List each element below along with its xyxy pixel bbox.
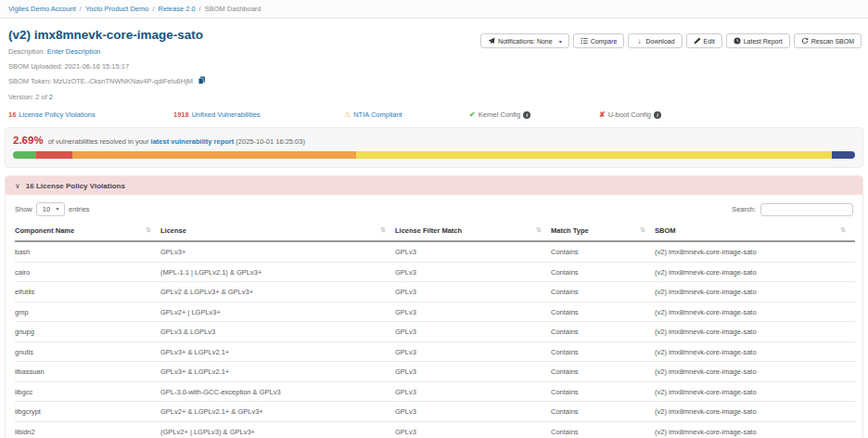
toolbar: Notifications: None▾Compare↓DownloadEdit…: [480, 33, 862, 48]
breadcrumb-separator: /: [152, 5, 154, 13]
violations-panel-header[interactable]: ∨ 16 License Policy Violations: [6, 176, 862, 195]
uploaded-value: 2021-06-16 15:15:17: [64, 62, 129, 71]
table-header-row: Component Name⇅License⇅License Filter Ma…: [15, 223, 855, 241]
table-cell: GPL-3.0-with-GCC-exception & GPLv3: [160, 381, 395, 402]
table-row: libassuanGPLv3+ & LGPLv2.1+GPLv3Contains…: [15, 362, 855, 382]
page-size-select[interactable]: 10: [36, 202, 65, 216]
table-cell: cairo: [15, 262, 160, 282]
progress-segment: [356, 151, 831, 159]
table-cell: Contains: [551, 402, 655, 422]
sbom-header: (v2) imx8mnevk-core-image-sato Descripti…: [0, 19, 868, 119]
table-cell: elfutils: [15, 282, 160, 303]
version-prefix: (v2): [8, 28, 31, 42]
table-cell: (v2) imx8mnevk-core-image-sato: [655, 421, 855, 438]
latest-vulnerability-report-link[interactable]: latest vulnerability report: [151, 137, 235, 146]
download-button[interactable]: ↓Download: [628, 33, 682, 48]
progress-bar: [13, 151, 855, 159]
rescan-sbom-button[interactable]: Rescan SBOM: [794, 33, 862, 48]
column-header[interactable]: SBOM⇅: [655, 223, 855, 241]
table-cell: Contains: [551, 322, 655, 342]
compare-icon: [581, 37, 588, 45]
table-cell: Contains: [551, 381, 655, 402]
edit-icon: [694, 37, 701, 45]
search-control: Search:: [732, 203, 853, 216]
version-link[interactable]: 2: [49, 93, 53, 101]
progress-timestamp: (2025-10-01 16:25:03): [236, 137, 305, 146]
progress-segment: [36, 151, 71, 159]
table-cell: (v2) imx8mnevk-core-image-sato: [655, 262, 855, 282]
table-cell: GPLv3: [395, 381, 551, 402]
breadcrumb-separator: /: [80, 5, 82, 13]
copy-icon[interactable]: [198, 76, 206, 87]
stat-kernel-config: ✔Kernel Configi: [469, 110, 599, 119]
version-text: 2 of: [35, 93, 47, 101]
violations-panel-title: 16 License Policy Violations: [26, 182, 125, 190]
sort-icon: ⇅: [640, 226, 645, 234]
table-cell: bash: [15, 241, 160, 262]
notifications-button[interactable]: Notifications: None▾: [480, 33, 569, 48]
table-cell: GPLv2+ | LGPLv3+: [160, 302, 395, 322]
column-header-label: License Filter Match: [395, 226, 462, 235]
table-row: elfutilsGPLv2 & LGPLv3+ & GPLv3+GPLv3Con…: [15, 282, 855, 303]
table-cell: (v2) imx8mnevk-core-image-sato: [655, 282, 855, 303]
edit-button[interactable]: Edit: [686, 33, 722, 48]
warning-icon: ⚠: [344, 111, 351, 119]
column-header-label: Component Name: [15, 226, 74, 235]
table-cell: (v2) imx8mnevk-core-image-sato: [655, 402, 855, 422]
stat-license-policy-violations-link[interactable]: License Policy Violations: [19, 110, 95, 119]
table-cell: gnutls: [15, 341, 160, 362]
search-input[interactable]: [760, 203, 853, 216]
column-header[interactable]: Match Type⇅: [551, 223, 655, 241]
table-cell: libidn2: [15, 421, 160, 438]
refresh-icon: [801, 37, 809, 45]
download-arrow: ↓: [637, 37, 641, 45]
search-label: Search:: [732, 205, 756, 213]
breadcrumb-link[interactable]: Yocto Product Demo: [85, 5, 149, 13]
table-cell: (v2) imx8mnevk-core-image-sato: [655, 322, 855, 342]
latest-report-button[interactable]: Latest Report: [726, 33, 790, 48]
table-cell: Contains: [551, 362, 655, 382]
table-row: gmpGPLv2+ | LGPLv3+GPLv3Contains(v2) imx…: [15, 302, 855, 322]
table-cell: GPLv3+ & LGPLv2.1+: [160, 341, 395, 362]
stat-ntia-compliant-link[interactable]: NTIA Compliant: [353, 110, 402, 119]
sort-icon: ⇅: [146, 226, 151, 234]
table-cell: libgcc: [15, 381, 160, 402]
column-header[interactable]: License⇅: [160, 223, 395, 241]
progress-line: 2.69% of vulnerabilities resolved in you…: [13, 135, 855, 146]
edit-label: Edit: [704, 38, 715, 45]
sbom-name: imx8mnevk-core-image-sato: [34, 28, 203, 42]
description-label: Description:: [8, 47, 45, 56]
column-header[interactable]: License Filter Match⇅: [395, 223, 551, 241]
table-cell: libgcrypt: [15, 402, 160, 422]
info-icon[interactable]: i: [523, 111, 530, 119]
violations-table: Component Name⇅License⇅License Filter Ma…: [15, 223, 855, 438]
breadcrumb-link[interactable]: Release 2.0: [159, 5, 196, 13]
sort-icon: ⇅: [536, 226, 542, 234]
table-row: gnupgGPLv3 & LGPLv3GPLv3Contains(v2) imx…: [15, 322, 855, 342]
table-cell: (v2) imx8mnevk-core-image-sato: [655, 341, 855, 362]
stat-kernel-config-label: Kernel Config: [479, 110, 520, 119]
progress-box: 2.69% of vulnerabilities resolved in you…: [5, 127, 863, 168]
info-icon[interactable]: i: [654, 111, 661, 119]
table-row: libidn2(GPLv2+ | LGPLv3) & GPLv3+GPLv3Co…: [15, 421, 855, 438]
column-header[interactable]: Component Name⇅: [15, 223, 160, 241]
compare-button[interactable]: Compare: [573, 33, 625, 48]
table-cell: GPLv3: [395, 302, 551, 322]
resolved-percent: 2.69%: [13, 135, 44, 146]
breadcrumb-current: SBOM Dashboard: [205, 5, 262, 13]
show-label: Show: [15, 205, 32, 213]
table-cell: gmp: [15, 302, 160, 322]
progress-segment: [72, 151, 357, 159]
enter-description-link[interactable]: Enter Description: [47, 47, 101, 56]
stat-unfixed-vulnerabilities-link[interactable]: Unfixed Vulnerabilities: [192, 110, 261, 119]
table-cell: GPLv2 & LGPLv3+ & GPLv3+: [160, 282, 395, 303]
stat-license-policy-violations: 16License Policy Violations: [8, 110, 173, 119]
breadcrumb-link[interactable]: Vigiles Demo Account: [8, 5, 76, 13]
table-row: bashGPLv3+GPLv3Contains(v2) imx8mnevk-co…: [15, 241, 855, 262]
token-label: SBOM Token:: [8, 77, 51, 85]
progress-segment: [832, 151, 855, 159]
table-cell: GPLv3: [395, 362, 551, 382]
rescan-sbom-label: Rescan SBOM: [811, 38, 854, 45]
table-cell: (v2) imx8mnevk-core-image-sato: [655, 381, 855, 402]
column-header-label: Match Type: [551, 226, 589, 235]
